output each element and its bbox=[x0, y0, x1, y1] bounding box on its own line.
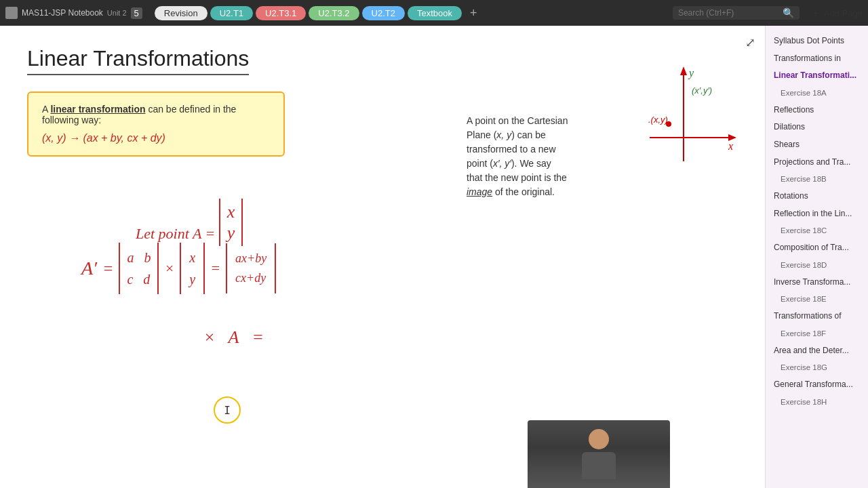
cursor-symbol: I bbox=[224, 404, 231, 417]
sidebar-item-area[interactable]: Area and the Deter... bbox=[766, 342, 868, 360]
sidebar-item-ex18d[interactable]: Exercise 18D bbox=[766, 257, 868, 274]
app-icon bbox=[5, 7, 18, 19]
content-area: ⤢ Linear Transformations A linear transf… bbox=[0, 26, 765, 488]
handwritten-matrix-eq: A′ = a bc d × xy = ax+bycx+dy bbox=[81, 243, 276, 294]
unit-label: Unit 2 bbox=[107, 9, 127, 17]
sidebar-item-syllabus[interactable]: Syllabus Dot Points bbox=[766, 33, 868, 50]
sidebar-item-linear-trans[interactable]: Linear Transformati... bbox=[766, 67, 868, 85]
tab-u2t32[interactable]: U2.T3.2 bbox=[309, 6, 359, 20]
search-input[interactable] bbox=[678, 8, 780, 18]
main-area: ⤢ Linear Transformations A linear transf… bbox=[0, 26, 868, 488]
add-page-icon: ＋ bbox=[810, 6, 821, 20]
person-head bbox=[589, 429, 609, 449]
svg-text:x: x bbox=[728, 140, 733, 152]
person-body bbox=[582, 452, 616, 479]
search-bar: 🔍 bbox=[673, 6, 800, 20]
handwritten-let-point: Let point A = xy bbox=[136, 199, 243, 246]
coordinate-axes: y x .(x,y) (x′,y′) bbox=[643, 63, 738, 171]
sidebar-item-rotations[interactable]: Rotations bbox=[766, 188, 868, 205]
desc-line1: A point on the Cartesian Plane (x, y) ca… bbox=[467, 115, 568, 197]
tab-u2t1[interactable]: U2.T1 bbox=[210, 6, 253, 20]
app-name: MAS11-JSP Notebook bbox=[22, 8, 103, 18]
person-figure bbox=[582, 429, 616, 479]
sidebar-item-reflections[interactable]: Reflections bbox=[766, 102, 868, 119]
cursor-indicator: I bbox=[214, 396, 241, 424]
sidebar-item-ex18f[interactable]: Exercise 18F bbox=[766, 325, 868, 342]
sidebar-item-trans-in[interactable]: Transformations in bbox=[766, 50, 868, 68]
image-word: image bbox=[467, 186, 492, 197]
sidebar-item-trans-of[interactable]: Transformations of bbox=[766, 308, 868, 325]
sidebar-item-ex18e[interactable]: Exercise 18E bbox=[766, 291, 868, 308]
def-text-before: A bbox=[42, 104, 50, 115]
sidebar-item-ex18c[interactable]: Exercise 18C bbox=[766, 222, 868, 239]
tab-revision[interactable]: Revision bbox=[155, 6, 208, 20]
add-page-button[interactable]: ＋ Add Page bbox=[810, 6, 863, 20]
sidebar-item-general[interactable]: General Transforma... bbox=[766, 376, 868, 394]
title-bar: MAS11-JSP Notebook Unit 2 5 Revision U2.… bbox=[0, 0, 868, 26]
definition-formula: (x, y) → (ax + by, cx + dy) bbox=[42, 132, 270, 144]
page-number: 5 bbox=[131, 7, 142, 19]
video-person bbox=[528, 420, 670, 488]
svg-text:y: y bbox=[688, 67, 694, 79]
search-icon: 🔍 bbox=[783, 7, 794, 18]
svg-marker-1 bbox=[680, 66, 687, 75]
sidebar-item-comp[interactable]: Composition of Tra... bbox=[766, 239, 868, 257]
sidebar: Syllabus Dot PointsTransformations inLin… bbox=[765, 26, 868, 488]
definition-text: A linear transformation can be defined i… bbox=[42, 104, 270, 125]
tab-u2t2[interactable]: U2.T2 bbox=[362, 6, 405, 20]
svg-text:.(x,y): .(x,y) bbox=[648, 115, 668, 125]
sidebar-item-shears[interactable]: Shears bbox=[766, 136, 868, 154]
definition-box: A linear transformation can be defined i… bbox=[27, 92, 285, 157]
handwritten-x-a: × A = bbox=[203, 327, 264, 348]
page-title: Linear Transformations bbox=[27, 46, 249, 75]
sidebar-item-proj[interactable]: Projections and Tra... bbox=[766, 154, 868, 171]
sidebar-item-ex18b[interactable]: Exercise 18B bbox=[766, 171, 868, 188]
sidebar-item-inv[interactable]: Inverse Transforma... bbox=[766, 274, 868, 291]
expand-icon[interactable]: ⤢ bbox=[745, 35, 755, 50]
video-thumbnail bbox=[528, 420, 670, 488]
sidebar-item-dilations[interactable]: Dilations bbox=[766, 119, 868, 136]
sidebar-item-ex18a[interactable]: Exercise 18A bbox=[766, 85, 868, 102]
tab-textbook[interactable]: Textbook bbox=[408, 6, 462, 20]
sidebar-item-ex18g[interactable]: Exercise 18G bbox=[766, 359, 868, 376]
sidebar-item-refl-line[interactable]: Reflection in the Lin... bbox=[766, 205, 868, 223]
sidebar-item-ex18h[interactable]: Exercise 18H bbox=[766, 394, 868, 411]
tab-u2t31[interactable]: U2.T3.1 bbox=[256, 6, 306, 20]
svg-text:(x′,y′): (x′,y′) bbox=[692, 85, 712, 96]
add-page-label: Add Page bbox=[824, 8, 863, 18]
right-description: A point on the Cartesian Plane (x, y) ca… bbox=[467, 114, 602, 199]
def-underlined: linear transformation bbox=[50, 104, 145, 115]
add-tab-button[interactable]: + bbox=[465, 5, 483, 22]
tab-bar: Revision U2.T1 U2.T3.1 U2.T3.2 U2.T2 Tex… bbox=[149, 1, 669, 25]
